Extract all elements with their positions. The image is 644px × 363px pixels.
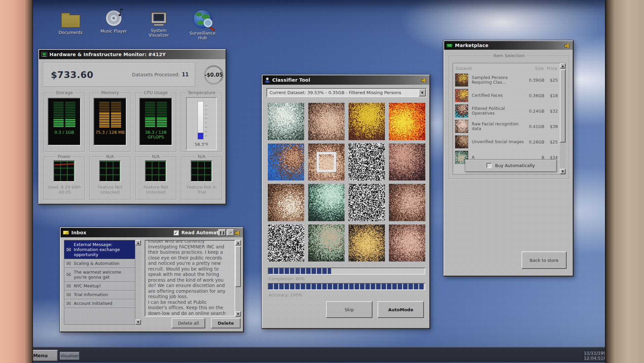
- dataset-size: 0.36GB: [528, 93, 544, 98]
- dataset-row[interactable]: Unverified Social Images 0.26GB $25: [453, 134, 565, 150]
- mail-list-item[interactable]: ✉ Scaling & Automation: [64, 259, 135, 268]
- window-title: Classifier Tool: [272, 77, 310, 83]
- dataset-row[interactable]: Filtered Political Operatives 0.24GB $32: [453, 103, 565, 119]
- dataset-name: Filtered Political Operatives: [468, 106, 528, 116]
- inbox-window: Inbox ✓ Read Automatically ✉ External Me…: [60, 227, 244, 332]
- desktop-icon-documents[interactable]: Documents: [53, 12, 88, 35]
- popout-button[interactable]: ↗: [227, 229, 234, 236]
- classifier-image-tile[interactable]: [268, 225, 304, 262]
- dataset-list-scrollbar[interactable]: ▲ ▼: [560, 63, 566, 174]
- scrollbar-thumb[interactable]: [235, 246, 241, 287]
- classifier-image-tile[interactable]: [268, 184, 304, 221]
- globe-magnifier-icon: [193, 9, 212, 28]
- scroll-up-button[interactable]: ▲: [235, 240, 241, 245]
- classifier-image-tile[interactable]: [349, 103, 385, 140]
- marketplace-titlebar[interactable]: Marketplace: [444, 41, 573, 50]
- taskbar: mOS Menu Visualiser 11/11/1999, 12:04:51…: [0, 347, 644, 362]
- scroll-down-button[interactable]: ▼: [135, 319, 141, 325]
- delete-all-button[interactable]: Delete all: [172, 318, 205, 328]
- classifier-image-tile[interactable]: [268, 144, 304, 181]
- desktop-icon-label: System Visualizer: [141, 28, 176, 38]
- trial-chart-group: N/A Feature Not In Trial: [181, 157, 222, 200]
- scroll-down-button[interactable]: ▼: [560, 169, 566, 174]
- classifier-image-tile[interactable]: [308, 144, 345, 181]
- read-automatically-checkbox[interactable]: ✓: [173, 230, 179, 235]
- mail-list-scrollbar[interactable]: ▲ ▼: [135, 240, 141, 325]
- accuracy-progressbar: [268, 283, 425, 290]
- classifier-window: Classifier Tool Current Dataset: 39.53% …: [262, 75, 430, 329]
- dataset-price: $25: [544, 139, 558, 145]
- back-to-store-button[interactable]: Back to store: [522, 251, 567, 269]
- classifier-image-tile[interactable]: [389, 103, 425, 140]
- envelope-icon: ✉: [66, 272, 71, 277]
- mail-list-item[interactable]: ✉ The warmest welcome you're gonna get: [64, 268, 135, 282]
- mail-list-item[interactable]: ✉ Trial Information: [64, 290, 135, 299]
- scrollbar-thumb[interactable]: [560, 69, 566, 143]
- window-title: Marketplace: [455, 43, 489, 48]
- classifier-titlebar[interactable]: Classifier Tool: [262, 75, 429, 85]
- classifier-image-tile[interactable]: [349, 225, 385, 262]
- buy-automatically-checkbox[interactable]: [487, 163, 492, 168]
- mail-list-item[interactable]: ✉ External Message: Information exchange…: [64, 240, 135, 259]
- speaker-icon[interactable]: [421, 78, 427, 83]
- dropdown-arrow-button[interactable]: ▼: [419, 89, 426, 96]
- skip-button[interactable]: Skip: [326, 301, 372, 318]
- visualiser-button[interactable]: Visualiser: [60, 352, 79, 360]
- mail-body-text: insider who are currently investigating …: [148, 240, 232, 317]
- mail-reading-pane[interactable]: insider who are currently investigating …: [145, 240, 235, 317]
- scroll-up-button[interactable]: ▲: [560, 63, 566, 69]
- inbox-titlebar[interactable]: Inbox ✓ Read Automatically: [61, 228, 243, 237]
- completion-label: Completion: 40%: [269, 276, 305, 281]
- mail-list-item[interactable]: ✉ Account Initialised: [64, 299, 135, 308]
- classifier-image-tile[interactable]: [349, 184, 385, 221]
- automode-button[interactable]: AutoMode: [378, 301, 424, 318]
- desktop-icon-system-visualizer[interactable]: System Visualizer: [141, 11, 176, 38]
- memory-value: 75.3 / 128 MB: [95, 130, 124, 135]
- dataset-name: Sampled Persons Requiring Clas...: [468, 75, 528, 85]
- desktop-icon-label: Music Player: [96, 29, 131, 34]
- trial-chart-text: Feature Not In Trial: [181, 185, 222, 195]
- envelope-icon: ✉: [66, 301, 71, 306]
- mail-list-item[interactable]: ✉ NYC Meetup!: [64, 282, 135, 290]
- buy-automatically-label: Buy Automatically: [495, 163, 535, 168]
- desktop-icon-surveillance-hub[interactable]: Surveillance Hub: [185, 9, 220, 40]
- locked-chart: [99, 160, 121, 182]
- locked-chart-group: N/A Feature Not Unlocked: [90, 157, 131, 200]
- locked-chart-text: Feature Not Unlocked: [136, 185, 176, 195]
- marketplace-window: Marketplace Item Selection Dataset Size …: [443, 40, 573, 276]
- dataset-thumbnail: [455, 120, 468, 133]
- speaker-icon[interactable]: [235, 230, 241, 235]
- mail-subject: Trial Information: [74, 292, 108, 297]
- monitor-bezel-right: [605, 0, 644, 363]
- dataset-row[interactable]: Certified Faces 0.36GB $18: [453, 88, 565, 103]
- dataset-name: Raw Facial recognition data: [468, 122, 528, 131]
- classifier-image-tile[interactable]: [349, 144, 385, 181]
- classifier-image-tile[interactable]: [389, 144, 425, 181]
- delete-button[interactable]: Delete: [211, 318, 241, 328]
- scroll-down-button[interactable]: ▼: [235, 311, 241, 317]
- reading-pane-scrollbar[interactable]: ▲ ▼: [235, 240, 241, 317]
- thermometer: 58.3°F: [186, 97, 217, 150]
- dataset-dropdown[interactable]: Current Dataset: 39.53% - 0.35GB - Filte…: [266, 88, 427, 97]
- classifier-image-tile[interactable]: [389, 184, 425, 221]
- gauge-label: Storage: [54, 90, 75, 95]
- classifier-image-tile[interactable]: [389, 225, 425, 262]
- pause-reading-button[interactable]: ❚❚: [218, 229, 226, 236]
- scroll-up-button[interactable]: ▲: [135, 240, 141, 245]
- hardware-monitor-titlebar[interactable]: Hardware & Infrastructure Monitor: #412Y: [39, 50, 225, 59]
- dataset-row[interactable]: Raw Facial recognition data 0.41GB $38: [453, 119, 565, 134]
- dataset-thumbnail: [455, 73, 468, 87]
- dataset-price: $38: [544, 124, 558, 129]
- desktop-icon-music-player[interactable]: ♪ Music Player: [96, 10, 131, 34]
- classifier-image-tile[interactable]: [308, 184, 345, 221]
- dataset-row[interactable]: Sampled Persons Requiring Clas... 0.39GB…: [453, 72, 565, 88]
- speaker-icon[interactable]: [565, 43, 570, 48]
- storage-value: 0.3 / 1GB: [55, 130, 74, 135]
- classifier-image-tile[interactable]: [308, 103, 345, 140]
- memory-lcd: 75.3 / 128 MB: [94, 98, 127, 146]
- cpu-value: 36.3 / 128 GFLOPS: [145, 130, 167, 139]
- folder-icon: [61, 15, 80, 28]
- classifier-image-tile[interactable]: [268, 103, 304, 140]
- classifier-image-tile[interactable]: [308, 225, 345, 262]
- buy-automatically-panel: Buy Automatically: [465, 159, 557, 172]
